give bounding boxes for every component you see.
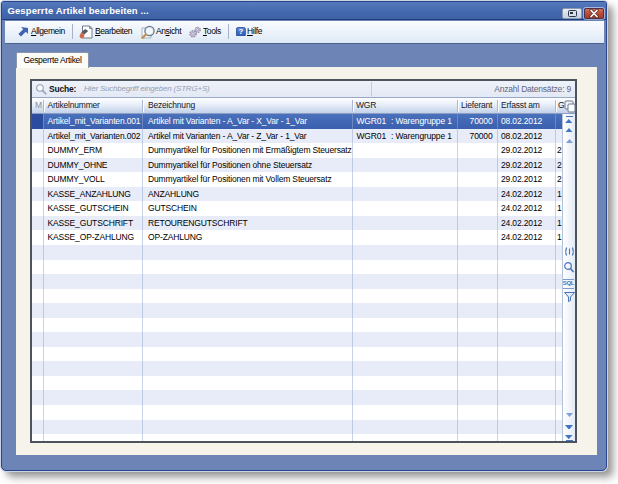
svg-text:?: ?	[239, 27, 244, 36]
